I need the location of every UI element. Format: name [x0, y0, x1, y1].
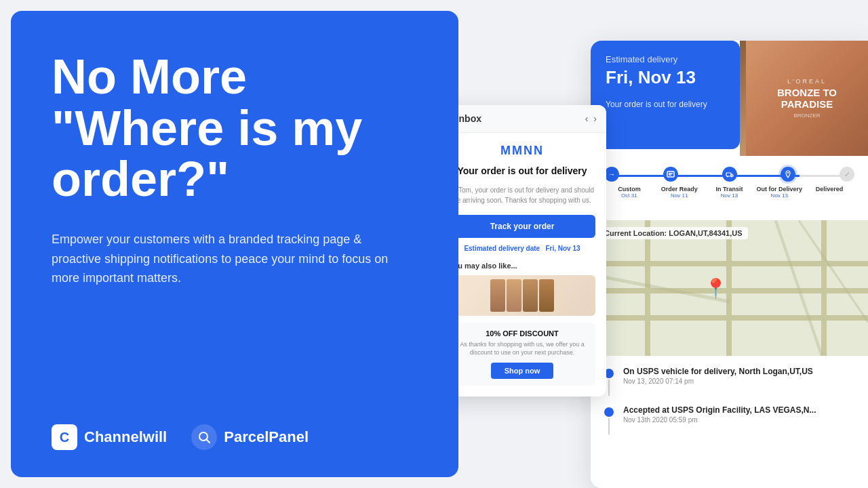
timeline-title-2: Accepted at USPS Origin Facility, LAS VE…: [623, 405, 816, 415]
channelwill-logo: C Channelwill: [52, 424, 167, 450]
timeline-content-2: Accepted at USPS Origin Facility, LAS VE…: [623, 405, 816, 424]
delivery-status-text: Your order is out for delivery: [606, 99, 725, 110]
timeline-title-1: On USPS vehicle for delivery, North Loga…: [623, 367, 813, 376]
svg-rect-2: [667, 171, 674, 177]
inbox-label: Inbox: [458, 113, 481, 124]
step-labels: Custom Oct 31 Order Ready Nov 11 In Tran…: [604, 186, 854, 199]
email-brand: MMNN: [458, 144, 595, 158]
step-label-out-for-delivery: Out for Delivery Nov 13: [754, 186, 804, 199]
timeline-item-2: Accepted at USPS Origin Facility, LAS VE…: [604, 405, 854, 434]
email-card: ‹ Inbox ‹ › MMNN Your order is out for d…: [458, 105, 606, 396]
progress-bar: → ✓: [604, 167, 854, 182]
timeline-line-2: [608, 418, 610, 434]
discount-desc: As thanks for shopping with us, we offer…: [458, 340, 589, 357]
timeline-content-1: On USPS vehicle for delivery, North Loga…: [623, 367, 813, 385]
product-bottle-2: [507, 279, 521, 312]
timeline-item-1: On USPS vehicle for delivery, North Loga…: [604, 367, 854, 396]
palette-product-image: NUDE: [740, 41, 746, 156]
parcelpanel-label: ParcelPanel: [224, 428, 309, 446]
channelwill-label: Channelwill: [84, 428, 167, 446]
step-out-for-delivery: [781, 167, 795, 182]
right-panel: Estimated delivery Fri, Nov 13 Your orde…: [458, 0, 868, 488]
svg-point-6: [727, 176, 728, 178]
parcelpanel-icon: [191, 424, 217, 450]
email-subject: Your order is out for delivery: [458, 165, 595, 178]
progress-steps: → ✓: [604, 167, 854, 182]
step-order-ready: [663, 167, 678, 182]
delivery-date-big: Fri, Nov 13: [606, 67, 725, 88]
step-label-custom: Custom Oct 31: [604, 186, 654, 199]
step-label-order-ready: Order Ready Nov 11: [654, 186, 705, 199]
email-body: MMNN Your order is out for delivery Hi T…: [458, 133, 606, 396]
left-panel: No More "Where is my order?" Empower you…: [11, 11, 458, 477]
map-background: Current Location: LOGAN,UT,84341,US 📍: [591, 220, 868, 356]
product-images-row: NUDE: [740, 41, 868, 156]
step-in-transit: [722, 167, 737, 182]
channelwill-icon: C: [52, 424, 77, 450]
left-content: No More "Where is my order?" Empower you…: [52, 52, 418, 288]
tracking-card: Estimated delivery Fri, Nov 13 Your orde…: [591, 41, 868, 488]
step-label-in-transit: In Transit Nov 13: [705, 186, 755, 199]
product-bottle-1: [490, 279, 505, 312]
timeline-date-2: Nov 13th 2020 05:59 pm: [623, 416, 816, 424]
timeline-dot-2: [604, 407, 614, 417]
product-recommendation-images: [458, 275, 595, 316]
timeline-dot-container-2: [604, 407, 614, 434]
prev-icon[interactable]: ‹: [585, 113, 589, 124]
you-may-like-label: You may also like...: [458, 262, 595, 270]
progress-section: → ✓ Custom Oct 31: [591, 156, 868, 209]
step-label-delivered: Delivered: [804, 186, 854, 199]
svg-point-7: [731, 176, 732, 178]
email-header: ‹ Inbox ‹ ›: [458, 105, 606, 133]
next-icon[interactable]: ›: [593, 113, 597, 124]
parcelpanel-logo: ParcelPanel: [191, 424, 309, 450]
shop-now-button[interactable]: Shop now: [491, 363, 554, 379]
timeline-section: On USPS vehicle for delivery, North Loga…: [591, 356, 868, 488]
estimated-delivery-date: Estimated delivery date Fri, Nov 13: [458, 245, 595, 252]
svg-line-1: [206, 439, 210, 443]
delivery-banner: Estimated delivery Fri, Nov 13 Your orde…: [591, 41, 740, 149]
map-section: Current Location: LOGAN,UT,84341,US 📍: [591, 220, 868, 356]
discount-title: 10% OFF DISCOUNT: [458, 329, 589, 338]
step-delivered: ✓: [840, 167, 854, 182]
timeline-date-1: Nov 13, 2020 07:14 pm: [623, 378, 813, 385]
timeline-line-1: [608, 380, 610, 396]
discount-section: 10% OFF DISCOUNT As thanks for shopping …: [458, 323, 595, 386]
delivery-label: Estimated delivery: [606, 54, 725, 64]
subtitle: Empower your customers with a branded tr…: [52, 230, 391, 288]
estimated-date-value: Fri, Nov 13: [545, 245, 580, 252]
step-custom: →: [604, 167, 619, 182]
email-nav: ‹ ›: [585, 113, 597, 124]
map-location-text: Current Location: LOGAN,UT,84341,US: [599, 227, 748, 239]
svg-rect-5: [726, 173, 731, 176]
email-message: Hi Tom, your order is out for delivery a…: [458, 185, 595, 205]
map-pin: 📍: [704, 277, 728, 300]
track-order-button[interactable]: Track your order: [458, 215, 595, 238]
logos-row: C Channelwill ParcelPanel: [52, 424, 418, 450]
loreal-product-image: L'OREAL BRONZE TOPARADISE BRONZER: [746, 41, 868, 156]
product-bottle-3: [523, 279, 538, 312]
product-bottle-4: [539, 279, 554, 312]
headline: No More "Where is my order?": [52, 52, 418, 205]
estimated-label: Estimated delivery date: [464, 245, 540, 252]
palette-grid: [740, 71, 746, 125]
svg-point-8: [787, 172, 789, 174]
